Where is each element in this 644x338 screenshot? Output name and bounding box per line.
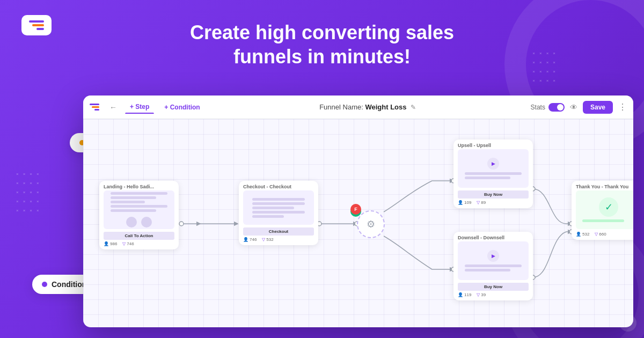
thankyou-stats: 👤 532 ▽ 660 <box>576 232 633 237</box>
upsell-preview: ▶ <box>458 149 529 188</box>
upsell-visitors: 109 <box>464 200 471 205</box>
landing-conversions: 746 <box>127 241 134 246</box>
checkout-preview <box>243 190 314 225</box>
conditional-dot <box>42 282 47 287</box>
thankyou-preview: ✓ <box>576 190 633 229</box>
toolbar: ← + Step + Condition Funnel Name: Weight… <box>83 95 633 119</box>
edit-funnel-icon[interactable]: ✎ <box>411 104 416 111</box>
downsell-footer: Buy Now 👤 119 ▽ 39 <box>453 280 533 300</box>
preview-icon[interactable]: 👁 <box>570 103 577 112</box>
logo-icon <box>29 20 44 30</box>
checkout-node[interactable]: Checkout - Checkout Checkout 👤 746 <box>239 181 318 245</box>
landing-header: Landing - Hello Sadi... <box>99 181 179 190</box>
downsell-conversions: 39 <box>481 292 486 297</box>
downsell-node[interactable]: Downsell - Downsell ▶ Buy Now 👤 119 ▽ <box>453 232 533 300</box>
landing-stats: 👤 986 ▽ 746 <box>104 241 174 246</box>
thankyou-footer: 👤 532 ▽ 660 <box>572 229 633 240</box>
thankyou-visitors: 532 <box>582 232 589 237</box>
stats-label: Stats <box>531 104 545 111</box>
upsell-cta: Buy Now <box>458 190 529 199</box>
landing-node[interactable]: Landing - Hello Sadi... Call To Action <box>99 181 179 249</box>
back-button[interactable]: ← <box>107 101 120 114</box>
tb-logo-bar-3 <box>94 109 99 111</box>
thankyou-conversions: 660 <box>599 232 606 237</box>
upsell-footer: Buy Now 👤 109 ▽ 89 <box>453 188 533 208</box>
upsell-conversions: 89 <box>481 200 486 205</box>
thankyou-node[interactable]: Thank You - Thank You ✓ 👤 532 ▽ 660 <box>572 181 633 240</box>
checkout-header: Checkout - Checkout <box>239 181 318 190</box>
checkout-cta: Checkout <box>243 227 314 236</box>
svg-point-5 <box>179 222 184 226</box>
thankyou-header: Thank You - Thank You <box>572 181 633 190</box>
tb-logo-bar-2 <box>92 106 99 108</box>
dot-grid-top-right: ×××× ×××× ×××× ×××× <box>532 51 555 83</box>
landing-visitors: 986 <box>110 241 117 246</box>
save-button[interactable]: Save <box>583 101 613 114</box>
checkout-footer: Checkout 👤 746 ▽ 532 <box>239 225 318 245</box>
funnel-canvas[interactable]: Landing - Hello Sadi... Call To Action <box>83 119 633 327</box>
checkout-conversions: 532 <box>266 237 273 242</box>
more-button[interactable]: ⋮ <box>618 102 627 112</box>
logo-bar-1 <box>29 20 44 23</box>
upsell-stats: 👤 109 ▽ 89 <box>458 200 529 205</box>
logo-bar-3 <box>36 28 44 30</box>
upsell-node[interactable]: Upsell - Upsell ▶ Buy Now 👤 109 ▽ <box>453 139 533 208</box>
downsell-play-btn: ▶ <box>487 250 499 262</box>
upsell-header: Upsell - Upsell <box>453 139 533 149</box>
funnel-name-display: Funnel Name: Weight Loss ✎ <box>210 103 525 111</box>
canvas-wrap: ← + Step + Condition Funnel Name: Weight… <box>83 95 633 327</box>
landing-preview <box>104 190 174 229</box>
checkmark-icon: ✓ <box>599 197 618 217</box>
stats-toggle-area: Stats <box>531 103 565 112</box>
dot-grid-left: ×××× ×××× ×××× ×××× ×××× <box>16 172 39 213</box>
checkout-visitors: 746 <box>250 237 257 242</box>
downsell-header: Downsell - Downsell <box>453 232 533 241</box>
landing-cta: Call To Action <box>104 232 174 240</box>
condition-false-badge: F <box>350 204 361 215</box>
condition-node[interactable]: ⚙ <box>357 210 385 238</box>
upsell-play-btn: ▶ <box>487 158 499 170</box>
downsell-cta: Buy Now <box>458 283 529 291</box>
logo-bar-2 <box>32 24 44 26</box>
landing-footer: Call To Action 👤 986 ▽ 746 <box>99 229 179 249</box>
downsell-preview: ▶ <box>458 241 529 280</box>
step-button[interactable]: + Step <box>125 100 154 114</box>
funnel-label: Funnel Name: <box>319 103 363 111</box>
downsell-visitors: 119 <box>464 292 471 297</box>
toolbar-logo <box>90 104 99 111</box>
condition-button[interactable]: + Condition <box>159 101 204 114</box>
tb-logo-bar-1 <box>90 104 99 105</box>
stats-toggle[interactable] <box>548 103 565 112</box>
logo <box>21 15 52 35</box>
downsell-stats: 👤 119 ▽ 39 <box>458 292 529 297</box>
funnel-name: Weight Loss <box>365 103 406 111</box>
checkout-stats: 👤 746 ▽ 532 <box>243 237 314 242</box>
